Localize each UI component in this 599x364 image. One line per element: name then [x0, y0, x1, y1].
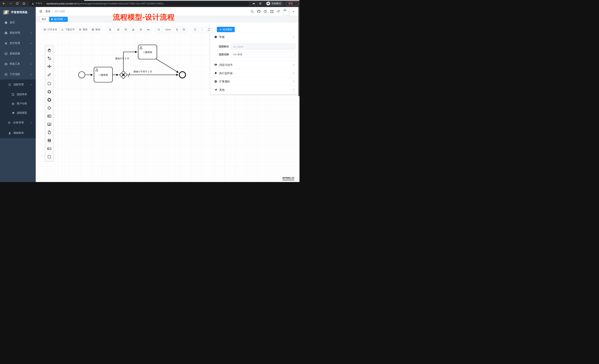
redo-button[interactable] [199, 27, 205, 32]
sidebar-item-支付管理[interactable]: 支付管理 [0, 38, 36, 48]
panel-section-常规[interactable]: 常规 [210, 33, 298, 41]
zoom-fit-button[interactable] [180, 27, 187, 32]
align-right-button[interactable] [114, 27, 122, 32]
avatar[interactable] [283, 8, 289, 15]
bookmark-star-icon[interactable] [257, 1, 263, 6]
palette-data-store[interactable] [45, 136, 53, 144]
palette-hand-tool[interactable] [45, 46, 53, 54]
palette-end-event[interactable] [45, 96, 53, 104]
palette-lasso-tool[interactable] [45, 54, 53, 62]
panel-section-扩展属性[interactable]: 扩展属性 [210, 77, 298, 86]
sidebar-fold-icon[interactable] [39, 10, 42, 13]
panel-section-label: 消息与信号 [219, 63, 233, 67]
palette-user-task[interactable] [45, 112, 53, 120]
sidebar-item-流程表单[interactable]: 流程表单 [0, 90, 36, 99]
user-task-level1[interactable]: 一级审批 [94, 67, 113, 82]
palette-subprocess[interactable] [45, 120, 53, 128]
browser-back-icon[interactable] [1, 1, 7, 6]
designer-toolbar: 打开文件下载文件预览模拟 100% 保存模型 [36, 23, 300, 33]
palette-data-object[interactable] [45, 128, 53, 136]
browser-forward-icon[interactable] [8, 1, 13, 6]
模拟-button[interactable]: 模拟 [89, 27, 102, 32]
font-size-icon[interactable]: TT [277, 10, 280, 13]
align-center-button[interactable] [144, 27, 152, 32]
sidebar-item-label: 流程表单 [17, 93, 27, 96]
password-key-icon[interactable] [251, 1, 256, 6]
sidebar-item-研发工具[interactable]: 研发工具 [0, 59, 36, 69]
breadcrumb-home[interactable]: 首页 [45, 10, 51, 13]
address-bar[interactable]: 不安全 dashboard.yudao.iocoder.cn/bpm/manag… [29, 1, 249, 6]
palette-gateway[interactable] [45, 104, 53, 112]
sidebar-item-首页[interactable]: 首页 [0, 17, 36, 28]
save-model-button[interactable]: 保存模型 [217, 27, 235, 32]
打开文件-button[interactable]: 打开文件 [42, 27, 59, 32]
align-top-button[interactable] [122, 27, 129, 32]
browser-chrome: 不安全 dashboard.yudao.iocoder.cn/bpm/manag… [0, 0, 300, 7]
app-logo-row[interactable]: 芋道管理系统 [0, 7, 36, 17]
sidebar-item-任务管理[interactable]: 任务管理 [0, 118, 36, 128]
browser-update-button[interactable]: 更新 ⋮ [286, 1, 299, 6]
help-icon[interactable] [264, 10, 267, 13]
tab-首页[interactable]: 首页 [40, 17, 48, 22]
plus-icon [220, 28, 222, 31]
tab-设计流程[interactable]: 设计流程× [49, 17, 68, 22]
palette-global-connect[interactable] [45, 70, 53, 78]
exclusive-gateway[interactable] [120, 71, 127, 79]
browser-home-icon[interactable] [21, 1, 27, 6]
browser-reload-icon[interactable] [14, 1, 20, 6]
fullscreen-icon[interactable] [270, 10, 273, 13]
sidebar-item-流程模型[interactable]: 流程模型 [0, 108, 36, 118]
panel-section-执行监听器[interactable]: 执行监听器 [210, 69, 298, 77]
face-icon [11, 102, 15, 105]
gear-icon [4, 31, 8, 34]
sidebar-item-用户分组[interactable]: 用户分组 [0, 99, 36, 108]
流程名称-input[interactable] [231, 51, 296, 58]
palette-intermediate-event[interactable] [45, 88, 53, 96]
zoom-level[interactable]: 100% [162, 27, 174, 32]
browser-menu-dots-icon[interactable]: ⋮ [295, 2, 297, 5]
global-connect-icon [47, 72, 52, 77]
avatar-caret-icon[interactable] [292, 10, 295, 13]
align-left-button[interactable] [106, 27, 114, 32]
palette-space-tool[interactable] [45, 62, 53, 70]
palette-start-event[interactable] [45, 79, 53, 88]
流程标识-input[interactable] [231, 44, 296, 50]
folder-open-icon [44, 28, 46, 31]
end-event[interactable] [179, 72, 185, 78]
sidebar-item-流程管理[interactable]: 流程管理 [0, 79, 36, 90]
zoom-out-button[interactable] [155, 27, 162, 32]
palette-participant[interactable] [45, 144, 53, 153]
sidebar-item-请假查询[interactable]: 请假查询 [0, 128, 36, 138]
panel-section-label: 常规 [219, 35, 225, 39]
zoom-in-button[interactable] [174, 27, 180, 32]
sidebar-item-label: 研发工具 [10, 62, 20, 66]
group-icon [47, 155, 52, 159]
tree-icon [7, 83, 12, 86]
align-middle-button[interactable] [137, 27, 144, 32]
search-icon[interactable] [250, 10, 254, 13]
预览-button[interactable]: 预览 [77, 27, 89, 32]
chip-icon [91, 28, 94, 31]
start-event[interactable] [79, 72, 85, 78]
sidebar-item-工作流程[interactable]: 工作流程 [0, 69, 36, 79]
panel-section-其他[interactable]: 其他 [210, 86, 298, 94]
send-icon [214, 88, 217, 91]
bpmn-io-watermark[interactable]: BPMN.iO [282, 177, 294, 180]
chevron-down-icon [30, 63, 32, 65]
tab-close-icon[interactable]: × [64, 18, 66, 20]
task-label: 二级审批 [143, 51, 152, 54]
sidebar-item-基础设施[interactable]: 基础设施 [0, 48, 36, 59]
preview-icon [79, 28, 82, 31]
chevron-down-icon [30, 32, 32, 34]
scrollbar-thumb[interactable] [298, 7, 300, 96]
github-icon[interactable] [257, 10, 261, 13]
sidebar-item-系统管理[interactable]: 系统管理 [0, 28, 36, 38]
restart-button[interactable] [205, 27, 212, 32]
user-task-level2[interactable]: 二级审批 [138, 45, 157, 59]
undo-button[interactable] [192, 27, 199, 32]
下载文件-button[interactable]: 下载文件 [59, 27, 77, 32]
palette-group[interactable] [45, 153, 53, 161]
panel-section-消息与信号[interactable]: 消息与信号 [210, 61, 298, 69]
page-scrollbar[interactable] [298, 7, 300, 182]
align-bottom-button[interactable] [129, 27, 137, 32]
